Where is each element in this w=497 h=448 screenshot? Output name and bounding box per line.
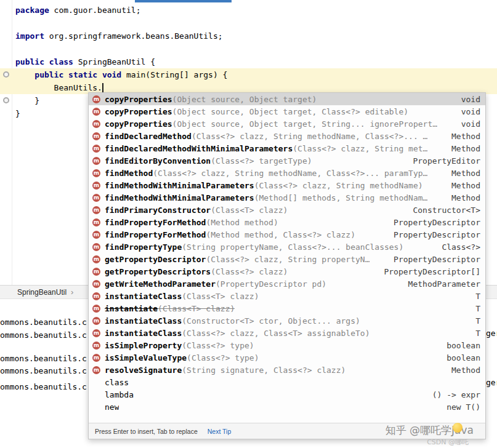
item-name: isSimpleValueType [105, 353, 187, 362]
item-return-type: void [454, 95, 480, 104]
completion-item[interactable]: class [89, 376, 485, 388]
gutter-marker-icon[interactable] [3, 71, 9, 78]
item-params: (Method method, Class<?> clazz) [206, 230, 355, 239]
completion-item[interactable]: newnew T() [89, 401, 485, 413]
completion-item[interactable]: minstantiateClass(Class<?> clazz, Class<… [89, 327, 485, 339]
item-name: class [105, 378, 129, 387]
breadcrumb-item-class[interactable]: SpringBeanUtil [17, 288, 67, 297]
method-icon: m [92, 255, 100, 263]
completion-item[interactable]: mresolveSignature(String signature, Clas… [89, 364, 485, 376]
csdn-watermark: CSDN @哪吒 [427, 438, 469, 447]
completion-item[interactable]: mfindMethodWithMinimalParameters(Method[… [89, 191, 485, 204]
completion-item[interactable]: mfindEditorByConvention(Class<?> targetT… [89, 154, 485, 167]
item-return-type: Class<?> [434, 242, 480, 252]
completion-item[interactable]: misSimpleProperty(Class<?> type)boolean [89, 339, 485, 351]
completion-item[interactable]: mgetPropertyDescriptor(Class<?> clazz, S… [89, 253, 485, 265]
code-text: } [15, 96, 39, 105]
code-line[interactable]: public class SpringBeanUtil { [0, 55, 497, 68]
item-signature: isSimpleProperty(Class<?> type) [105, 341, 254, 350]
item-name: findDeclaredMethod [105, 132, 192, 141]
console-text-fragment: ger [486, 329, 497, 338]
completion-item[interactable]: mgetWriteMethodParameter(PropertyDescrip… [89, 278, 485, 290]
item-params: (Class<?> clazz, String met… [293, 144, 427, 153]
console-text-fragment: ommons.beanutils.c [0, 330, 87, 340]
console-text-fragment: ger [486, 378, 497, 387]
no-icon [92, 391, 100, 399]
completion-item[interactable]: mfindDeclaredMethodWithMinimalParameters… [89, 142, 485, 154]
item-params: (Class<T> clazz) [182, 292, 259, 301]
emoji-sticker-icon [453, 423, 463, 433]
item-name: findPropertyForMethod [105, 218, 206, 227]
item-return-type: T [468, 304, 480, 313]
item-name: resolveSignature [105, 366, 182, 375]
item-params: (String signature, Class<?> clazz) [182, 366, 345, 375]
item-return-type: PropertyDescriptor[] [376, 267, 480, 276]
item-return-type: PropertyDescriptor [386, 218, 480, 227]
next-tip-link[interactable]: Next Tip [208, 428, 232, 435]
item-name: findMethod [105, 169, 153, 178]
item-signature: findDeclaredMethod(Class<?> clazz, Strin… [105, 132, 427, 141]
console-text-fragment: ommons.beanutils.c [0, 366, 87, 375]
ide-window: package com.guor.beanutil;import org.spr… [0, 0, 497, 448]
completion-item[interactable]: mfindPropertyForMethod(Method method, Cl… [89, 228, 485, 241]
completion-item[interactable]: mcopyProperties(Object source, Object ta… [89, 93, 485, 105]
item-return-type: boolean [439, 341, 480, 350]
item-name: instantiateClass [105, 316, 182, 326]
code-keyword: public class [15, 57, 73, 66]
item-name: findPropertyForMethod [105, 230, 206, 239]
item-name: instantiate [105, 304, 158, 313]
completion-item[interactable]: minstantiateClass(Constructor<T> ctor, O… [89, 314, 485, 327]
code-line[interactable]: package com.guor.beanutil; [0, 4, 497, 17]
item-name: findPropertyType [105, 242, 182, 252]
completion-item[interactable]: misSimpleValueType(Class<?> type)boolean [89, 351, 485, 364]
code-text: } [15, 109, 20, 118]
completion-item[interactable]: mfindMethod(Class<?> clazz, String metho… [89, 167, 485, 179]
item-name: instantiateClass [105, 329, 182, 338]
method-icon: m [92, 280, 100, 288]
item-params: (Class<?> clazz, Class<T> assignableTo) [182, 329, 370, 338]
gutter-marker-icon[interactable] [3, 97, 9, 103]
item-params: (Class<?> type) [182, 341, 254, 350]
code-text [15, 70, 34, 79]
completion-item[interactable]: mfindDeclaredMethod(Class<?> clazz, Stri… [89, 130, 485, 142]
completion-item[interactable]: mfindPropertyType(String propertyName, C… [89, 241, 485, 253]
item-params: (Class<?> clazz, String propertyN… [206, 255, 370, 264]
item-params: (Class<?> clazz, String methodName) [254, 181, 423, 190]
item-name: findDeclaredMethodWithMinimalParameters [105, 144, 293, 153]
method-icon: m [92, 329, 100, 337]
completion-item[interactable]: mfindPrimaryConstructor(Class<T> clazz)C… [89, 204, 485, 216]
item-return-type: Method [444, 193, 480, 202]
item-signature: findPrimaryConstructor(Class<T> clazz) [105, 206, 288, 215]
method-icon: m [92, 145, 100, 153]
item-signature: getPropertyDescriptors(Class<?> clazz) [105, 267, 288, 276]
item-signature: instantiateClass(Class<T> clazz) [105, 292, 259, 301]
completion-item[interactable]: minstantiateClass(Class<T> clazz)T [89, 290, 485, 302]
completion-item[interactable]: mgetPropertyDescriptors(Class<?> clazz)P… [89, 265, 485, 278]
code-line[interactable] [0, 42, 497, 55]
completion-item[interactable]: mcopyProperties(Object source, Object ta… [89, 118, 485, 130]
item-name: copyProperties [105, 119, 172, 129]
item-name: findPrimaryConstructor [105, 206, 211, 215]
item-return-type: boolean [439, 353, 480, 362]
method-icon: m [92, 206, 100, 214]
completion-item[interactable]: mfindMethodWithMinimalParameters(Class<?… [89, 179, 485, 191]
item-signature: lambda [105, 390, 134, 399]
completion-item[interactable]: mcopyProperties(Object source, Object ta… [89, 105, 485, 118]
item-return-type: () -> expr [425, 390, 480, 399]
completion-item[interactable]: lambda() -> expr [89, 388, 485, 401]
item-return-type: Method [444, 366, 480, 375]
code-line[interactable]: import org.springframework.beans.BeanUti… [0, 30, 497, 42]
item-name: getPropertyDescriptors [105, 267, 211, 276]
item-return-type: new T() [439, 402, 480, 412]
item-signature: class [105, 378, 129, 387]
no-icon [92, 403, 100, 411]
code-line[interactable] [0, 17, 497, 30]
code-line[interactable]: public static void main(String[] args) { [0, 68, 497, 81]
item-name: findMethodWithMinimalParameters [105, 181, 254, 190]
completion-item[interactable]: mfindPropertyForMethod(Method method)Pro… [89, 216, 485, 228]
completion-popup: mcopyProperties(Object source, Object ta… [88, 92, 486, 439]
item-return-type: Method [444, 169, 480, 178]
completion-item[interactable]: minstantiate(Class<T> clazz)T [89, 302, 485, 314]
item-return-type: Method [444, 144, 480, 153]
footer-hint: Press Enter to insert, Tab to replace [95, 428, 198, 435]
